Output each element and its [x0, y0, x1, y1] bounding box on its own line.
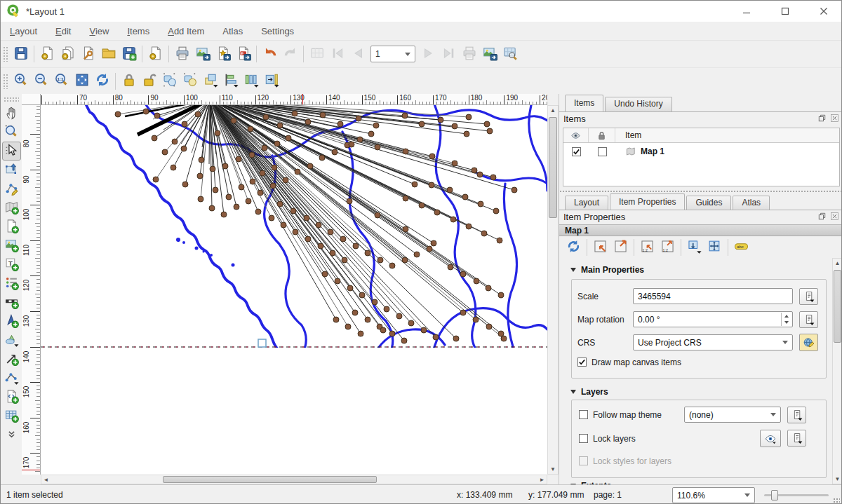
scroll-arrow[interactable]: ▼ — [833, 475, 842, 484]
scroll-arrow[interactable]: ► — [537, 475, 547, 484]
pan-tool-button[interactable] — [2, 104, 21, 123]
add-items-from-template-button[interactable] — [98, 44, 119, 64]
menu-items[interactable]: Items — [118, 23, 159, 39]
group-header[interactable]: Main Properties — [570, 265, 644, 275]
spin-buttons[interactable] — [781, 313, 791, 326]
menu-add-item[interactable]: Add Item — [159, 23, 213, 39]
unlock-items-button[interactable] — [139, 71, 159, 91]
resize-items-button[interactable] — [261, 71, 281, 91]
select-move-item-button[interactable] — [2, 142, 21, 161]
checkbox[interactable] — [579, 410, 588, 419]
menu-edit[interactable]: Edit — [46, 23, 80, 39]
view-scale-in-canvas-button[interactable]: 1:2 — [657, 237, 678, 257]
add-map-button[interactable] — [2, 198, 21, 217]
menu-atlas[interactable]: Atlas — [213, 23, 252, 39]
minimize-button[interactable] — [730, 1, 763, 22]
duplicate-layout-button[interactable] — [58, 44, 78, 64]
ungroup-items-button[interactable] — [180, 71, 200, 91]
move-item-content-button[interactable] — [2, 161, 21, 179]
layout-canvas[interactable] — [41, 105, 547, 475]
print-atlas-button[interactable] — [459, 44, 479, 64]
zoom-in-button[interactable] — [11, 71, 31, 91]
menu-view[interactable]: View — [80, 23, 118, 39]
zoom-out-button[interactable] — [31, 71, 51, 91]
float-panel-icon[interactable] — [817, 114, 827, 125]
atlas-page-combo[interactable]: 1 — [370, 46, 415, 62]
align-items-button[interactable] — [220, 71, 241, 91]
save-project-button[interactable] — [11, 44, 31, 64]
add-picture-button[interactable] — [2, 236, 21, 255]
crs-settings-button[interactable] — [799, 334, 818, 351]
tab-guides[interactable]: Guides — [686, 196, 731, 210]
group-header[interactable]: Layers — [570, 387, 608, 397]
data-defined-override-button[interactable] — [787, 430, 806, 447]
label-settings-button[interactable]: abc — [731, 237, 751, 257]
distribute-items-button[interactable] — [241, 71, 261, 91]
edit-nodes-item-button[interactable] — [2, 179, 21, 198]
export-atlas-button[interactable] — [479, 44, 500, 64]
scroll-arrow[interactable]: ▲ — [833, 259, 842, 268]
zoom-actual-button[interactable]: 1:1 — [51, 71, 72, 91]
zoom-level-combo[interactable]: 110.6% — [672, 487, 755, 503]
horizontal-scrollbar[interactable]: ◄► — [41, 475, 547, 484]
atlas-settings-button[interactable] — [500, 44, 520, 64]
visibility-checkbox[interactable] — [572, 147, 581, 156]
refresh-view-button[interactable] — [92, 71, 112, 91]
data-defined-override-button[interactable] — [787, 407, 806, 423]
size-grip[interactable] — [833, 498, 840, 503]
add-attribute-table-button[interactable] — [2, 407, 21, 425]
scale-input[interactable]: 3465594 — [633, 288, 793, 304]
export-pdf-button[interactable] — [233, 44, 253, 64]
lock-checkbox[interactable] — [598, 147, 607, 156]
vertical-scrollbar[interactable]: ▲▼ — [547, 105, 559, 475]
map-theme-combo[interactable]: (none) — [684, 407, 781, 423]
data-defined-override-button[interactable] — [799, 311, 818, 328]
add-label-button[interactable]: T — [2, 255, 21, 274]
checkbox[interactable] — [577, 357, 587, 367]
scroll-thumb[interactable] — [163, 476, 377, 483]
close-panel-icon[interactable] — [830, 212, 839, 223]
lock-items-button[interactable] — [119, 71, 139, 91]
properties-scrollbar[interactable]: ▲▼ — [832, 258, 842, 484]
items-table[interactable]: ItemMap 1 — [563, 128, 840, 186]
tab-undo-history[interactable]: Undo History — [605, 97, 671, 111]
add-scalebar-button[interactable] — [2, 293, 21, 312]
add-pages-button[interactable] — [145, 44, 166, 64]
group-items-button[interactable] — [159, 71, 180, 91]
crs-combo[interactable]: Use Project CRS — [633, 334, 793, 350]
new-layout-button[interactable] — [37, 44, 58, 64]
tab-items[interactable]: Items — [565, 95, 603, 111]
tab-item-properties[interactable]: Item Properties — [610, 193, 685, 210]
checkbox[interactable] — [579, 456, 588, 465]
close-panel-icon[interactable] — [830, 114, 839, 125]
refresh-map-preview-button[interactable] — [563, 237, 584, 257]
scroll-thumb[interactable] — [549, 117, 557, 218]
redo-button[interactable] — [280, 44, 300, 64]
table-row[interactable]: Map 1 — [563, 143, 839, 160]
set-scale-to-canvas-button[interactable]: 1:2 — [637, 237, 657, 257]
scroll-arrow[interactable]: ▼ — [548, 465, 558, 474]
save-as-template-button[interactable] — [119, 44, 139, 64]
map-rotation-spinbox[interactable]: 0.00 ° — [633, 311, 793, 327]
visibility-presets-button[interactable] — [760, 430, 781, 447]
add-north-arrow-button[interactable] — [2, 312, 21, 331]
checkbox[interactable] — [579, 434, 588, 443]
set-extent-to-canvas-button[interactable] — [590, 237, 610, 257]
add-legend-button[interactable] — [2, 274, 21, 293]
scroll-arrow[interactable]: ◄ — [41, 475, 51, 484]
data-defined-override-button[interactable] — [799, 288, 818, 305]
scroll-thumb[interactable] — [834, 270, 841, 343]
zoom-full-button[interactable] — [72, 71, 92, 91]
zoom-tool-button[interactable] — [2, 123, 21, 142]
layout-manager-button[interactable] — [78, 44, 98, 64]
more-tools-button[interactable] — [2, 425, 21, 444]
move-map-content-button[interactable] — [704, 237, 725, 257]
export-image-button[interactable] — [192, 44, 213, 64]
last-feature-button[interactable] — [439, 44, 459, 64]
menu-layout[interactable]: Layout — [1, 23, 46, 39]
raise-items-button[interactable] — [200, 71, 220, 91]
next-feature-button[interactable] — [418, 44, 439, 64]
view-extent-in-canvas-button[interactable] — [610, 237, 631, 257]
tab-atlas[interactable]: Atlas — [733, 196, 770, 210]
add-3d-map-button[interactable] — [2, 217, 21, 236]
